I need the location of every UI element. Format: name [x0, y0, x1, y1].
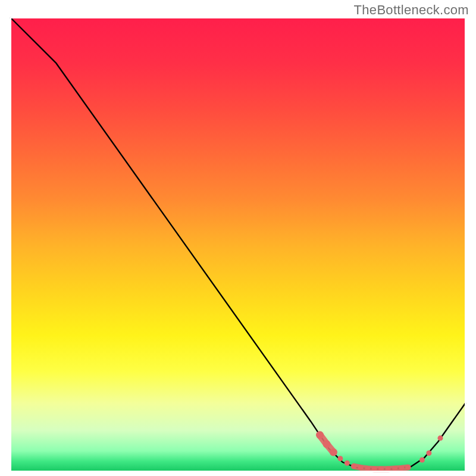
- highlight-dot: [330, 449, 337, 456]
- highlight-dot: [351, 464, 356, 469]
- highlight-dot: [399, 465, 405, 471]
- highlight-dot: [437, 436, 443, 441]
- highlight-dot: [392, 466, 397, 471]
- bottleneck-chart: [0, 0, 476, 476]
- chart-background-gradient: [11, 18, 465, 471]
- highlight-dot: [365, 466, 370, 471]
- attribution-text: TheBottleneck.com: [354, 2, 469, 18]
- highlight-dot: [316, 431, 324, 439]
- highlight-dot: [345, 461, 350, 466]
- highlight-dot: [337, 456, 343, 461]
- highlight-dot: [322, 440, 330, 448]
- highlight-dot: [405, 465, 411, 470]
- highlight-dot: [426, 450, 431, 456]
- highlight-dot: [419, 457, 425, 462]
- chart-stage: TheBottleneck.com: [0, 0, 476, 476]
- highlight-dot: [358, 465, 364, 470]
